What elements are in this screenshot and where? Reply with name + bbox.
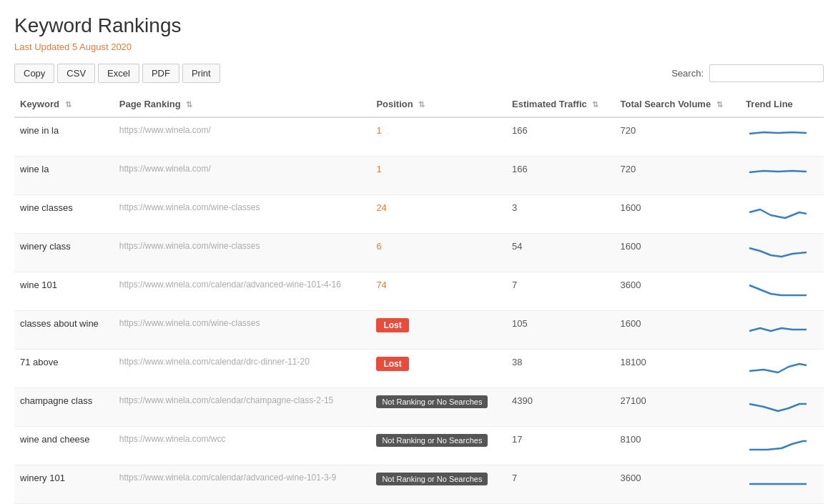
keyword-cell: wine classes	[14, 195, 114, 234]
trend-svg	[746, 357, 810, 378]
position-cell: Not Ranking or No Searches	[370, 427, 506, 465]
table-row: wine and cheesehttps://www.winela.com/wc…	[14, 427, 824, 465]
table-body: wine in lahttps://www.winela.com/1166720…	[14, 117, 824, 504]
trend-svg	[746, 202, 810, 224]
table-row: 71 abovehttps://www.winela.com/calendar/…	[14, 350, 824, 388]
total-search-volume-cell: 720	[614, 157, 740, 195]
col-header-keyword[interactable]: Keyword ⇅	[14, 92, 114, 117]
estimated-traffic-cell: 54	[506, 234, 614, 272]
not-ranking-badge: Not Ranking or No Searches	[376, 434, 488, 447]
table-row: wine lahttps://www.winela.com/1166720	[14, 157, 824, 195]
sort-icon: ⇅	[418, 100, 425, 109]
trend-svg	[746, 280, 810, 301]
estimated-traffic-cell: 38	[506, 350, 614, 388]
keyword-cell: classes about wine	[14, 311, 114, 350]
estimated-traffic-cell: 17	[506, 427, 614, 465]
trend-svg	[746, 241, 810, 262]
estimated-traffic-cell: 7	[506, 272, 614, 311]
keyword-cell: wine in la	[14, 117, 114, 157]
trend-svg	[746, 473, 810, 494]
copy-button[interactable]: Copy	[14, 64, 54, 83]
search-area: Search:	[671, 64, 824, 82]
table-row: wine in lahttps://www.winela.com/1166720	[14, 117, 824, 157]
rankings-table: Keyword ⇅Page Ranking ⇅Position ⇅Estimat…	[14, 92, 824, 504]
trend-svg	[746, 434, 810, 455]
keyword-cell: 71 above	[14, 350, 114, 388]
search-input[interactable]	[709, 64, 824, 82]
position-cell: Lost	[370, 311, 506, 350]
keyword-cell: wine 101	[14, 272, 114, 311]
trend-line-cell	[740, 388, 824, 427]
trend-line-cell	[740, 234, 824, 272]
keyword-cell: winery 101	[14, 465, 114, 504]
page-title: Keyword Rankings	[14, 14, 824, 37]
pdf-button[interactable]: PDF	[142, 64, 179, 83]
print-button[interactable]: Print	[182, 64, 220, 83]
keyword-cell: wine and cheese	[14, 427, 114, 465]
sort-icon: ⇅	[592, 100, 598, 109]
total-search-volume-cell: 720	[614, 117, 740, 157]
page-ranking-cell: https://www.winela.com/wcc	[114, 427, 371, 465]
lost-badge: Lost	[376, 357, 408, 371]
estimated-traffic-cell: 4390	[506, 388, 614, 427]
position-cell: 24	[370, 195, 506, 234]
header-row: Keyword ⇅Page Ranking ⇅Position ⇅Estimat…	[14, 92, 824, 117]
estimated-traffic-cell: 7	[506, 465, 614, 504]
trend-line-cell	[740, 272, 824, 311]
trend-line-cell	[740, 465, 824, 504]
total-search-volume-cell: 1600	[614, 195, 740, 234]
lost-badge: Lost	[376, 318, 408, 332]
total-search-volume-cell: 3600	[614, 272, 740, 311]
table-row: wine 101https://www.winela.com/calendar/…	[14, 272, 824, 311]
position-cell: Not Ranking or No Searches	[370, 388, 506, 427]
page-ranking-cell: https://www.winela.com/wine-classes	[114, 311, 371, 350]
page-ranking-cell: https://www.winela.com/calendar/advanced…	[114, 465, 371, 504]
total-search-volume-cell: 3600	[614, 465, 740, 504]
total-search-volume-cell: 8100	[614, 427, 740, 465]
col-header-position[interactable]: Position ⇅	[370, 92, 506, 117]
table-row: winery classhttps://www.winela.com/wine-…	[14, 234, 824, 272]
keyword-cell: wine la	[14, 157, 114, 195]
toolbar-buttons: CopyCSVExcelPDFPrint	[14, 64, 220, 83]
total-search-volume-cell: 18100	[614, 350, 740, 388]
page-ranking-cell: https://www.winela.com/calendar/champagn…	[114, 388, 371, 427]
total-search-volume-cell: 1600	[614, 311, 740, 350]
col-header-page-ranking[interactable]: Page Ranking ⇅	[114, 92, 371, 117]
page-ranking-cell: https://www.winela.com/wine-classes	[114, 234, 371, 272]
trend-line-cell	[740, 117, 824, 157]
col-header-total-search-volume[interactable]: Total Search Volume ⇅	[614, 92, 740, 117]
total-search-volume-cell: 27100	[614, 388, 740, 427]
table-row: classes about winehttps://www.winela.com…	[14, 311, 824, 350]
trend-line-cell	[740, 157, 824, 195]
page-ranking-cell: https://www.winela.com/calendar/drc-dinn…	[114, 350, 371, 388]
col-header-estimated-traffic[interactable]: Estimated Traffic ⇅	[506, 92, 614, 117]
not-ranking-badge: Not Ranking or No Searches	[376, 473, 488, 485]
estimated-traffic-cell: 166	[506, 157, 614, 195]
last-updated: Last Updated 5 August 2020	[14, 41, 824, 52]
keyword-cell: winery class	[14, 234, 114, 272]
position-cell: Lost	[370, 350, 506, 388]
keyword-cell: champagne class	[14, 388, 114, 427]
page-ranking-cell: https://www.winela.com/calendar/advanced…	[114, 272, 371, 311]
table-row: champagne classhttps://www.winela.com/ca…	[14, 388, 824, 427]
search-label: Search:	[671, 68, 704, 79]
estimated-traffic-cell: 166	[506, 117, 614, 157]
page-ranking-cell: https://www.winela.com/	[114, 157, 371, 195]
trend-svg	[746, 164, 810, 185]
table-row: wine classeshttps://www.winela.com/wine-…	[14, 195, 824, 234]
trend-svg	[746, 395, 810, 417]
estimated-traffic-cell: 105	[506, 311, 614, 350]
position-cell: 1	[370, 157, 506, 195]
position-cell: 1	[370, 117, 506, 157]
excel-button[interactable]: Excel	[98, 64, 139, 83]
estimated-traffic-cell: 3	[506, 195, 614, 234]
not-ranking-badge: Not Ranking or No Searches	[376, 395, 488, 408]
trend-line-cell	[740, 195, 824, 234]
sort-icon: ⇅	[65, 100, 72, 109]
trend-line-cell	[740, 427, 824, 465]
page-ranking-cell: https://www.winela.com/	[114, 117, 371, 157]
trend-svg	[746, 318, 810, 340]
csv-button[interactable]: CSV	[57, 64, 95, 83]
trend-line-cell	[740, 311, 824, 350]
toolbar: CopyCSVExcelPDFPrint Search:	[14, 64, 824, 83]
